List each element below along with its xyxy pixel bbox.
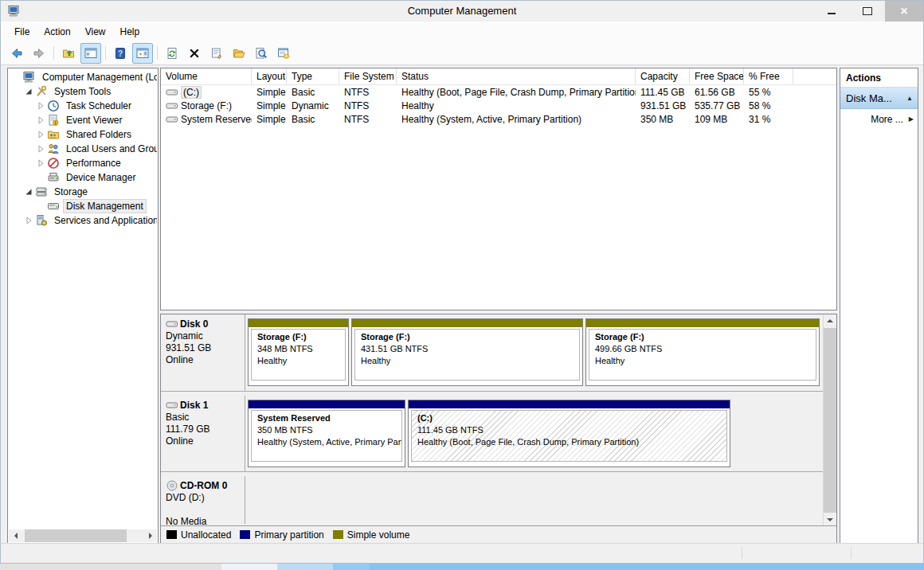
column-header-capacity[interactable]: Capacity bbox=[636, 68, 690, 84]
search-button[interactable] bbox=[251, 43, 272, 64]
scroll-right-button[interactable] bbox=[143, 529, 157, 542]
more-actions-item[interactable]: More ... ▶ bbox=[840, 109, 918, 129]
tree-horizontal-scrollbar[interactable] bbox=[9, 529, 157, 542]
tree-item-computer-management-local[interactable]: Computer Management (Local) bbox=[9, 70, 157, 84]
cell-type: Basic bbox=[287, 87, 339, 98]
tree-item-disk-management[interactable]: Disk Management bbox=[9, 199, 157, 213]
collapse-icon: ▲ bbox=[906, 95, 913, 102]
partition-c-1[interactable]: (C:)111.45 GB NTFSHealthy (Boot, Page Fi… bbox=[408, 400, 730, 467]
cell-volume: Storage (F:) bbox=[161, 100, 252, 112]
expanded-expander-icon[interactable] bbox=[24, 187, 33, 197]
partition-system-reserved-0[interactable]: System Reserved350 MB NTFSHealthy (Syste… bbox=[248, 400, 405, 467]
cell-layout: Simple bbox=[252, 87, 287, 98]
close-button[interactable]: ✕ bbox=[885, 1, 923, 21]
actions-group-label: Disk Ma... bbox=[846, 92, 892, 104]
minimize-button[interactable] bbox=[813, 1, 849, 21]
disk-label-disk-1[interactable]: Disk 1Basic111.79 GBOnline bbox=[161, 396, 245, 471]
tree-item-label: Device Manager bbox=[63, 170, 139, 185]
settings-button[interactable] bbox=[273, 43, 294, 64]
cell-free: 535.77 GB bbox=[690, 100, 744, 111]
collapsed-expander-icon[interactable] bbox=[36, 158, 45, 168]
column-header-volume[interactable]: Volume bbox=[161, 68, 252, 84]
legend-label: Primary partition bbox=[254, 529, 323, 541]
collapsed-expander-icon[interactable] bbox=[24, 216, 33, 225]
open-button[interactable] bbox=[229, 43, 249, 64]
collapsed-expander-icon[interactable] bbox=[36, 115, 45, 125]
tree-item-label: Task Scheduler bbox=[63, 99, 135, 113]
tree-item-shared-folders[interactable]: Shared Folders bbox=[9, 127, 157, 142]
refresh-button[interactable] bbox=[162, 43, 182, 64]
tree-item-storage[interactable]: Storage bbox=[9, 185, 157, 199]
disk-cd-rom-0-partitions bbox=[245, 476, 824, 524]
folder-up-icon bbox=[62, 47, 75, 60]
volume-row-storage-f[interactable]: Storage (F:)SimpleDynamicNTFSHealthy931.… bbox=[161, 99, 836, 112]
tree-item-task-scheduler[interactable]: Task Scheduler bbox=[9, 99, 157, 113]
disk-vertical-scrollbar[interactable] bbox=[823, 314, 836, 526]
collapsed-expander-icon[interactable] bbox=[36, 101, 45, 111]
volume-row-system-reserved[interactable]: System ReservedSimpleBasicNTFSHealthy (S… bbox=[161, 112, 836, 126]
scroll-thumb[interactable] bbox=[824, 328, 836, 513]
disk-label-cd-rom-0[interactable]: CD-ROM 0DVD (D:)No Media bbox=[161, 476, 245, 524]
scroll-down-button[interactable] bbox=[824, 513, 836, 526]
column-header-free-space[interactable]: Free Space bbox=[690, 68, 744, 84]
tree-item-system-tools[interactable]: System Tools bbox=[9, 84, 157, 99]
scroll-thumb[interactable] bbox=[25, 529, 127, 542]
cell-pct: 58 % bbox=[744, 100, 793, 111]
tree-item-event-viewer[interactable]: Event Viewer bbox=[9, 113, 157, 127]
column-header-file-system[interactable]: File System bbox=[339, 68, 397, 84]
disk-name: Disk 1 bbox=[166, 399, 242, 412]
tree-item-performance[interactable]: Performance bbox=[9, 156, 157, 170]
properties-button[interactable] bbox=[206, 43, 227, 64]
legend-label: Unallocated bbox=[181, 529, 231, 541]
menu-help[interactable]: Help bbox=[113, 23, 147, 41]
volume-row-c[interactable]: (C:)SimpleBasicNTFSHealthy (Boot, Page F… bbox=[161, 85, 836, 99]
back-button[interactable] bbox=[6, 43, 27, 64]
disk-label-disk-0[interactable]: Disk 0Dynamic931.51 GBOnline bbox=[161, 314, 245, 391]
menu-view[interactable]: View bbox=[78, 23, 113, 41]
console-tree-panel: Computer Management (Local)System ToolsT… bbox=[7, 68, 159, 544]
up-level-button[interactable] bbox=[58, 43, 79, 64]
tree-item-device-manager[interactable]: Device Manager bbox=[9, 170, 157, 185]
device-icon bbox=[47, 171, 60, 184]
help-button[interactable]: ? bbox=[110, 43, 131, 64]
console-tree-toggle[interactable] bbox=[80, 43, 101, 64]
volume-name: System Reserved bbox=[181, 114, 252, 125]
column-header-free[interactable]: % Free bbox=[744, 68, 793, 84]
scroll-left-button[interactable] bbox=[9, 529, 22, 542]
partition-title: Storage (F:) bbox=[595, 331, 816, 343]
collapsed-expander-icon[interactable] bbox=[36, 144, 45, 154]
expanded-expander-icon[interactable] bbox=[24, 87, 33, 96]
cell-layout: Simple bbox=[252, 100, 287, 111]
column-header-layout[interactable]: Layout bbox=[252, 68, 287, 84]
menu-file[interactable]: File bbox=[7, 23, 37, 41]
column-header-type[interactable]: Type bbox=[287, 68, 339, 84]
column-header-status[interactable]: Status bbox=[397, 68, 636, 84]
disk-row-disk-0: Disk 0Dynamic931.51 GBOnlineStorage (F:)… bbox=[161, 314, 824, 392]
help-icon: ? bbox=[114, 47, 127, 60]
tree-item-local-users-and-groups[interactable]: Local Users and Groups bbox=[9, 142, 157, 156]
arrow-left-icon bbox=[10, 47, 23, 60]
forward-button[interactable] bbox=[29, 43, 49, 64]
collapsed-expander-icon[interactable] bbox=[36, 130, 45, 139]
partition-storage-f-1[interactable]: Storage (F:)431.51 GB NTFSHealthy bbox=[351, 318, 583, 386]
scroll-track[interactable] bbox=[22, 529, 143, 542]
services-icon bbox=[35, 214, 48, 227]
delete-button[interactable] bbox=[184, 43, 205, 64]
action-pane-toggle[interactable] bbox=[132, 43, 153, 64]
disk-0-icon bbox=[166, 318, 178, 330]
disk-graphical-panel: Disk 0Dynamic931.51 GBOnlineStorage (F:)… bbox=[160, 314, 837, 544]
maximize-button[interactable] bbox=[849, 1, 885, 21]
menu-action[interactable]: Action bbox=[37, 23, 77, 41]
scroll-up-button[interactable] bbox=[824, 314, 836, 327]
partition-storage-f-0[interactable]: Storage (F:)348 MB NTFSHealthy bbox=[248, 318, 349, 386]
volume-list-panel: VolumeLayoutTypeFile SystemStatusCapacit… bbox=[160, 68, 837, 310]
magnifier-icon bbox=[255, 47, 268, 60]
tree-item-services-and-applications[interactable]: Services and Applications bbox=[9, 213, 157, 228]
legend-swatch bbox=[240, 530, 250, 539]
disk-management-actions-group[interactable]: Disk Ma... ▲ bbox=[840, 87, 918, 109]
disk-detail-line: Online bbox=[166, 435, 242, 447]
partition-storage-f-2[interactable]: Storage (F:)499.66 GB NTFSHealthy bbox=[585, 318, 820, 386]
partition-status: Healthy (Boot, Page File, Crash Dump, Pr… bbox=[417, 436, 726, 448]
titlebar[interactable]: Computer Management ✕ bbox=[1, 1, 923, 21]
partition-size: 350 MB NTFS bbox=[257, 424, 401, 436]
